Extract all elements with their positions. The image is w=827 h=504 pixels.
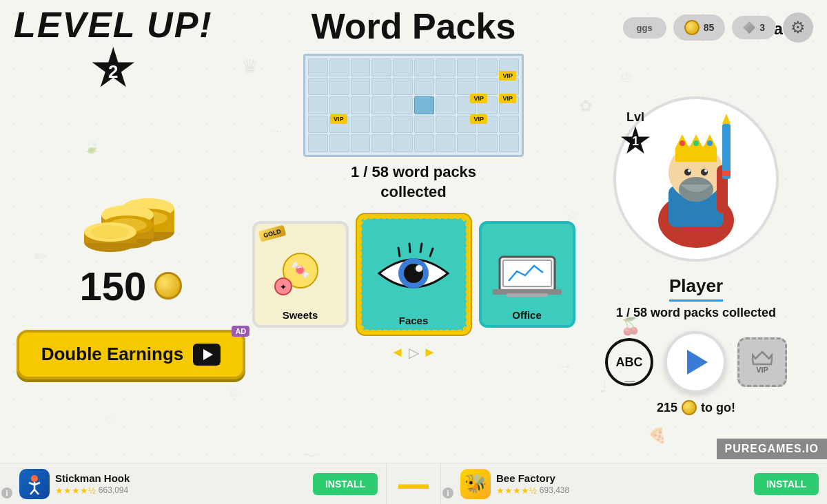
level-indicator: Lvl 1 [620, 110, 651, 156]
grid-cell [414, 59, 434, 76]
pack-card-office[interactable]: Office [479, 221, 575, 328]
faces-eye-icon [372, 242, 455, 304]
ad-reviews-2: 693,438 [540, 485, 569, 495]
stickman-svg [23, 473, 45, 495]
grid-cell [371, 134, 391, 152]
grid-cell [329, 96, 349, 114]
coins-display: 85 [673, 14, 726, 41]
collected-count: 1 / 58 word packs collected [351, 163, 476, 200]
lvl-number: 1 [632, 134, 639, 149]
grid-cell [351, 59, 371, 76]
svg-rect-47 [722, 171, 731, 176]
video-ad-icon [193, 344, 221, 366]
word-packs-grid: (function(){ const grid = document.query… [303, 54, 524, 157]
grid-cell [371, 78, 391, 96]
sweets-icon: 🍬 ✦ [266, 246, 335, 302]
left-panel: 150 Double Earnings AD [0, 69, 262, 463]
svg-rect-32 [675, 148, 717, 162]
vip-label: VIP [756, 366, 768, 374]
player-actions: ABC ~~~~ VIP [605, 331, 787, 393]
right-panel: Character [565, 0, 827, 463]
ad-item-2: i 🐝 Bee Factory ★★★★½ 693,438 INSTALL [441, 463, 827, 504]
grid-cell [478, 78, 498, 96]
packs-row: GOLD 🍬 ✦ Sweets [252, 214, 575, 335]
level-badge: 2 [91, 47, 135, 91]
grid-cell [308, 78, 328, 96]
svg-line-53 [30, 490, 34, 494]
ad-item-1: i Stickman Hook ★★★★½ 663,094 INSTALL [0, 463, 386, 504]
office-label: Office [482, 309, 573, 321]
grid-cell [371, 116, 391, 134]
ad-app-name-1: Stickman Hook [55, 472, 130, 484]
grid-cell [499, 116, 519, 134]
stickman-icon [19, 469, 50, 499]
grid-cell [478, 59, 498, 76]
pack-card-faces[interactable]: Faces [357, 214, 471, 335]
svg-line-22 [409, 244, 410, 252]
abc-button[interactable]: ABC ~~~~ [605, 338, 653, 386]
nav-arrow-left[interactable]: ◄ [391, 344, 405, 361]
header-controls: ggs 85 3 ⚙ [623, 12, 814, 43]
grid-cell [308, 134, 328, 152]
coin-amount-text: 150 [80, 263, 147, 309]
grid-cell [414, 96, 434, 114]
center-panel: Word Packs (function(){ const grid = doc… [262, 0, 565, 463]
grid-cell [414, 116, 434, 134]
svg-line-23 [420, 244, 422, 252]
install-button-2[interactable]: INSTALL [754, 473, 819, 495]
svg-point-40 [701, 169, 708, 176]
ad-info-2: Bee Factory ★★★★½ 693,438 [496, 472, 569, 496]
grid-cell [351, 96, 371, 114]
ggs-button[interactable]: ggs [623, 17, 666, 39]
center-separator: ▬▬ [386, 463, 441, 504]
grid-cell [329, 78, 349, 96]
svg-point-37 [693, 140, 699, 146]
sweets-label: Sweets [255, 309, 346, 321]
faces-label: Faces [361, 315, 467, 326]
settings-button[interactable]: ⚙ [783, 12, 813, 43]
grid-cell [457, 78, 477, 96]
lvl-star-container: 1 [620, 126, 651, 156]
diamonds-display: 3 [732, 16, 776, 39]
svg-text:🍬: 🍬 [290, 260, 311, 280]
play-button[interactable] [664, 331, 726, 393]
ad-info-dot-1: i [1, 487, 12, 498]
vip-button[interactable]: VIP [737, 337, 787, 387]
grid-cell [414, 134, 434, 152]
double-earnings-button[interactable]: Double Earnings AD [17, 330, 246, 379]
vip-label-2: VIP [470, 94, 487, 103]
coin-icon-large [154, 272, 182, 300]
grid-cell [414, 78, 434, 96]
grid-cell [436, 59, 456, 76]
grid-cell [393, 96, 413, 114]
grid-cell [329, 59, 349, 76]
diamond-icon [743, 21, 755, 34]
abc-text: ABC [616, 355, 643, 370]
coins-count: 85 [704, 22, 715, 33]
grid-cell [499, 134, 519, 152]
svg-point-13 [91, 225, 130, 239]
character-section: Lvl 1 [613, 48, 779, 262]
svg-point-41 [688, 169, 691, 172]
grid-cell [478, 134, 498, 152]
grid-cell [436, 116, 456, 134]
svg-point-20 [416, 265, 422, 272]
coins-to-go-icon [682, 400, 697, 415]
grid-cell [329, 134, 349, 152]
level-up-title: LEVEL UP! [14, 7, 213, 43]
grid-cell [393, 134, 413, 152]
vip-label-4: VIP [330, 114, 347, 124]
coin-amount-display: 150 [80, 263, 183, 309]
gold-badge: GOLD [258, 225, 286, 242]
svg-marker-48 [752, 352, 773, 364]
svg-point-49 [31, 475, 38, 482]
grid-cell [436, 96, 456, 114]
watermark: PUREGAMES.IO [717, 439, 827, 459]
player-name: Player [669, 275, 723, 302]
nav-arrow-right[interactable]: ► [423, 344, 437, 361]
pack-card-sweets[interactable]: GOLD 🍬 ✦ Sweets [252, 221, 349, 328]
install-button-1[interactable]: INSTALL [313, 473, 378, 495]
grid-cell [393, 59, 413, 76]
collected-text: 1 / 58 word packs collected [351, 162, 476, 202]
grid-cell [436, 134, 456, 152]
